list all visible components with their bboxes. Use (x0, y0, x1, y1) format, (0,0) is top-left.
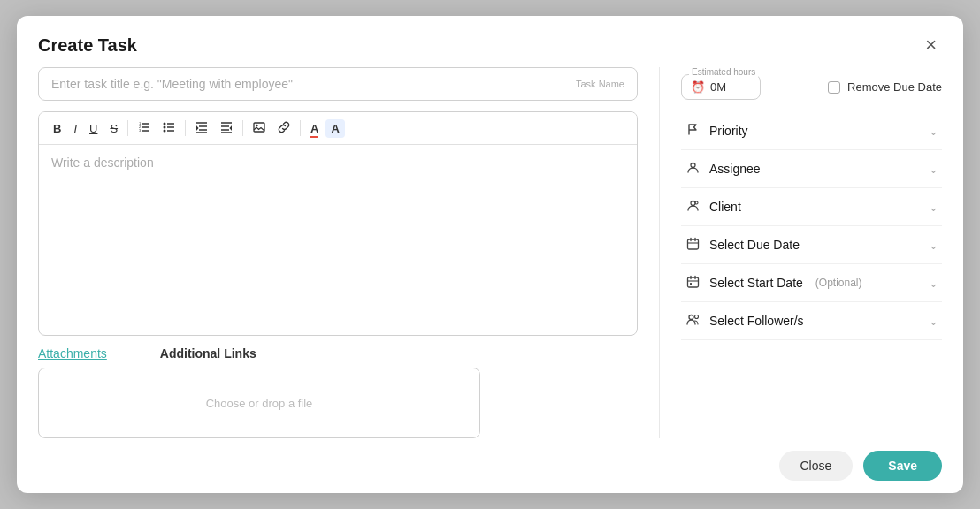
close-button[interactable]: Close (779, 451, 854, 481)
due-date-chevron-icon: ⌄ (929, 239, 938, 252)
client-dropdown[interactable]: Client ⌄ (681, 188, 942, 226)
attachments-row: Attachments Additional Links (38, 346, 638, 361)
font-highlight-button[interactable]: A (325, 119, 344, 138)
client-icon (685, 199, 701, 215)
ordered-list-button[interactable]: 1 2 3 (133, 118, 156, 139)
follower-left: Select Follower/s (685, 313, 804, 329)
assignee-dropdown[interactable]: Assignee ⌄ (681, 150, 942, 188)
svg-rect-31 (687, 277, 698, 287)
editor-placeholder: Write a description (51, 156, 154, 170)
indent-left-button[interactable] (190, 118, 213, 139)
svg-marker-16 (196, 125, 199, 131)
italic-button[interactable]: I (68, 119, 82, 138)
clock-icon: ⏰ (691, 80, 705, 94)
modal-overlay: Create Task × Task Name B I U S (0, 0, 980, 509)
due-date-left: Select Due Date (685, 237, 800, 253)
remove-due-date-label[interactable]: Remove Due Date (847, 80, 942, 94)
client-label: Client (709, 200, 741, 214)
create-task-modal: Create Task × Task Name B I U S (17, 16, 963, 493)
toolbar-divider-4 (300, 120, 301, 136)
modal-footer: Close Save (17, 438, 963, 493)
priority-label: Priority (709, 124, 748, 138)
file-drop-zone[interactable]: Choose or drop a file (38, 368, 480, 438)
link-button[interactable] (272, 118, 295, 139)
start-date-chevron-icon: ⌄ (929, 277, 938, 290)
estimated-hours-input[interactable]: Estimated hours ⏰ 0M (681, 74, 761, 100)
start-date-left: Select Start Date (Optional) (685, 275, 862, 291)
svg-point-6 (164, 123, 166, 125)
estimated-hours-label: Estimated hours (689, 67, 758, 77)
svg-point-24 (691, 163, 695, 168)
strikethrough-button[interactable]: S (104, 119, 123, 138)
assignee-label: Assignee (709, 162, 761, 176)
follower-icon (685, 313, 701, 329)
bold-button[interactable]: B (48, 119, 66, 138)
editor-body[interactable]: Write a description (39, 145, 637, 335)
estimated-hours-value: 0M (710, 80, 726, 94)
client-chevron-icon: ⌄ (929, 201, 938, 214)
left-panel: Task Name B I U S (38, 67, 638, 438)
attachments-link[interactable]: Attachments (38, 346, 107, 361)
svg-point-37 (694, 315, 698, 319)
follower-label: Select Follower/s (709, 314, 804, 328)
assignee-chevron-icon: ⌄ (929, 163, 938, 176)
svg-text:3: 3 (139, 128, 142, 133)
priority-dropdown[interactable]: Priority ⌄ (681, 112, 942, 150)
toolbar-divider-2 (185, 120, 186, 136)
follower-dropdown[interactable]: Select Follower/s ⌄ (681, 302, 942, 340)
additional-links-label: Additional Links (160, 346, 256, 361)
modal-title: Create Task (38, 35, 137, 56)
remove-due-date-wrapper: Remove Due Date (828, 80, 942, 94)
remove-due-date-checkbox[interactable] (828, 81, 840, 94)
start-date-optional-label: (Optional) (815, 277, 862, 289)
underline-button[interactable]: U (84, 119, 103, 138)
svg-rect-22 (254, 123, 264, 132)
task-title-wrapper: Task Name (38, 67, 638, 101)
due-date-label: Select Due Date (709, 238, 800, 252)
svg-point-23 (256, 125, 257, 126)
task-name-label: Task Name (576, 79, 624, 89)
start-date-dropdown[interactable]: Select Start Date (Optional) ⌄ (681, 264, 942, 302)
editor-toolbar: B I U S 1 2 (39, 112, 637, 145)
attachments-section: Attachments Additional Links Choose or d… (38, 346, 638, 438)
right-panel: Estimated hours ⏰ 0M Remove Due Date (659, 67, 942, 438)
calendar2-icon (685, 275, 701, 291)
person-icon (685, 161, 701, 177)
font-color-button[interactable]: A (305, 119, 324, 138)
toolbar-divider-3 (242, 120, 243, 136)
assignee-left: Assignee (685, 161, 761, 177)
close-icon-button[interactable]: × (920, 34, 942, 57)
client-left: Client (685, 199, 741, 215)
toolbar-divider-1 (127, 120, 128, 136)
priority-left: Priority (685, 123, 748, 139)
save-button[interactable]: Save (863, 451, 942, 481)
svg-rect-35 (690, 283, 692, 285)
svg-point-8 (164, 126, 166, 129)
follower-chevron-icon: ⌄ (929, 315, 938, 328)
svg-point-25 (691, 201, 695, 206)
modal-header: Create Task × (17, 16, 963, 67)
indent-right-button[interactable] (215, 118, 238, 139)
priority-chevron-icon: ⌄ (929, 125, 938, 138)
calendar-icon (685, 237, 701, 253)
modal-body: Task Name B I U S (17, 67, 963, 438)
svg-point-10 (164, 130, 166, 133)
flag-icon (685, 123, 701, 139)
svg-point-26 (695, 201, 698, 204)
drop-placeholder: Choose or drop a file (206, 397, 313, 410)
svg-marker-21 (230, 125, 233, 131)
unordered-list-button[interactable] (157, 118, 180, 139)
svg-point-36 (689, 315, 693, 320)
due-date-dropdown[interactable]: Select Due Date ⌄ (681, 226, 942, 264)
task-title-input[interactable] (51, 77, 576, 91)
image-button[interactable] (248, 118, 271, 139)
start-date-label: Select Start Date (709, 276, 803, 290)
editor-container: B I U S 1 2 (38, 111, 638, 336)
estimated-row: Estimated hours ⏰ 0M Remove Due Date (681, 71, 942, 100)
svg-rect-27 (687, 239, 698, 249)
